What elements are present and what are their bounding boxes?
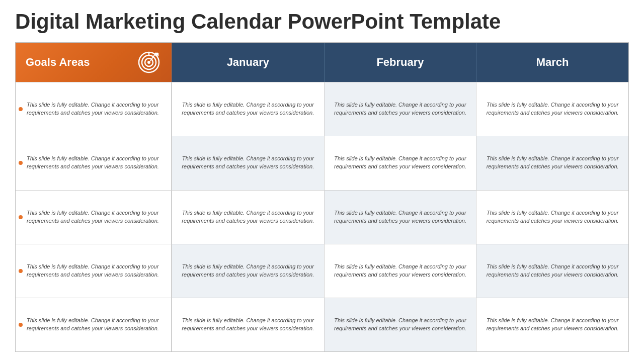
jan-text-2: This slide is fully editable. Change it … xyxy=(179,155,317,171)
feb-cell-3: This slide is fully editable. Change it … xyxy=(324,191,476,244)
mar-cell-1: This slide is fully editable. Change it … xyxy=(476,82,628,136)
goals-text-3: This slide is fully editable. Change it … xyxy=(27,209,164,225)
jan-text-5: This slide is fully editable. Change it … xyxy=(179,317,317,333)
jan-text-1: This slide is fully editable. Change it … xyxy=(179,101,317,117)
feb-text-5: This slide is fully editable. Change it … xyxy=(332,317,469,333)
goals-text-1: This slide is fully editable. Change it … xyxy=(27,101,164,117)
feb-cell-2: This slide is fully editable. Change it … xyxy=(324,136,476,190)
svg-point-3 xyxy=(147,61,150,64)
table-row: This slide is fully editable. Change it … xyxy=(16,82,628,136)
header-january: January xyxy=(172,43,324,82)
goals-cell-2: This slide is fully editable. Change it … xyxy=(16,136,172,190)
table-header: Goals Areas January February xyxy=(16,43,628,82)
goals-cell-4: This slide is fully editable. Change it … xyxy=(16,244,172,298)
calendar-table: Goals Areas January February xyxy=(15,42,629,352)
mar-text-3: This slide is fully editable. Change it … xyxy=(484,209,621,225)
feb-text-4: This slide is fully editable. Change it … xyxy=(332,263,469,279)
table-row: This slide is fully editable. Change it … xyxy=(16,190,628,244)
page-container: Digital Marketing Calendar PowerPoint Te… xyxy=(0,0,644,362)
goals-cell-1: This slide is fully editable. Change it … xyxy=(16,82,172,136)
jan-cell-1: This slide is fully editable. Change it … xyxy=(172,82,324,136)
goals-header-label: Goals Areas xyxy=(26,56,90,69)
jan-cell-5: This slide is fully editable. Change it … xyxy=(172,298,324,351)
goals-text-2: This slide is fully editable. Change it … xyxy=(27,155,164,171)
feb-text-3: This slide is fully editable. Change it … xyxy=(332,209,469,225)
header-march: March xyxy=(476,43,628,82)
goals-cell-3: This slide is fully editable. Change it … xyxy=(16,191,172,244)
mar-text-4: This slide is fully editable. Change it … xyxy=(484,263,621,279)
mar-cell-3: This slide is fully editable. Change it … xyxy=(476,191,628,244)
table-row: This slide is fully editable. Change it … xyxy=(16,244,628,298)
page-title: Digital Marketing Calendar PowerPoint Te… xyxy=(15,10,629,33)
jan-cell-2: This slide is fully editable. Change it … xyxy=(172,136,324,190)
target-icon xyxy=(136,50,162,75)
mar-text-2: This slide is fully editable. Change it … xyxy=(484,155,621,171)
header-february: February xyxy=(324,43,476,82)
mar-cell-2: This slide is fully editable. Change it … xyxy=(476,136,628,190)
table-body: This slide is fully editable. Change it … xyxy=(16,82,628,351)
feb-cell-1: This slide is fully editable. Change it … xyxy=(324,82,476,136)
table-row: This slide is fully editable. Change it … xyxy=(16,298,628,351)
table-row: This slide is fully editable. Change it … xyxy=(16,136,628,190)
mar-text-1: This slide is fully editable. Change it … xyxy=(484,101,621,117)
goals-text-5: This slide is fully editable. Change it … xyxy=(27,317,164,333)
mar-cell-5: This slide is fully editable. Change it … xyxy=(476,298,628,351)
feb-text-1: This slide is fully editable. Change it … xyxy=(332,101,469,117)
goals-text-4: This slide is fully editable. Change it … xyxy=(27,263,164,279)
jan-cell-3: This slide is fully editable. Change it … xyxy=(172,191,324,244)
mar-text-5: This slide is fully editable. Change it … xyxy=(484,317,621,333)
jan-cell-4: This slide is fully editable. Change it … xyxy=(172,244,324,298)
jan-text-3: This slide is fully editable. Change it … xyxy=(179,209,317,225)
mar-cell-4: This slide is fully editable. Change it … xyxy=(476,244,628,298)
goals-header: Goals Areas xyxy=(16,43,172,82)
feb-cell-4: This slide is fully editable. Change it … xyxy=(324,244,476,298)
feb-cell-5: This slide is fully editable. Change it … xyxy=(324,298,476,351)
goals-cell-5: This slide is fully editable. Change it … xyxy=(16,298,172,351)
jan-text-4: This slide is fully editable. Change it … xyxy=(179,263,317,279)
feb-text-2: This slide is fully editable. Change it … xyxy=(332,155,469,171)
